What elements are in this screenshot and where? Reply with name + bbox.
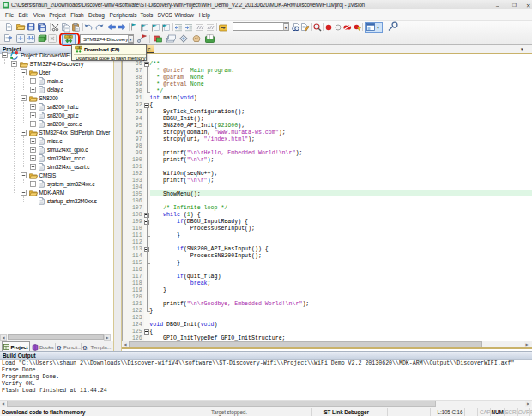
svg-text:LOAD: LOAD — [76, 45, 82, 49]
